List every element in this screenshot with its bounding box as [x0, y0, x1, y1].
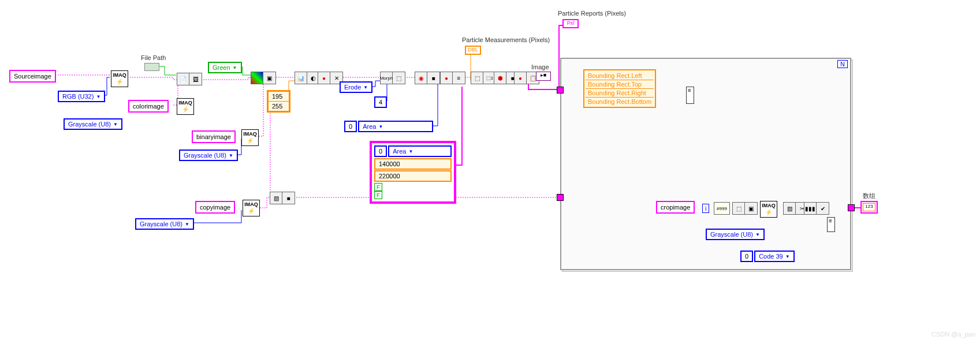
filter-area-select[interactable]: Area: [388, 145, 452, 157]
barcode-type-control[interactable]: 0 Code 39: [740, 251, 795, 262]
build-output[interactable]: [827, 217, 835, 232]
image-indicator: ▸■: [536, 72, 551, 81]
code39-select[interactable]: Code 39: [754, 251, 795, 262]
thresh-lo[interactable]: 195: [269, 92, 289, 102]
image-icon: 🖼: [189, 73, 202, 85]
fill-holes-vi[interactable]: ◉ ■: [415, 72, 440, 84]
filter-icon: ⬚: [471, 72, 483, 84]
particle-reports-label: Particle Reports (Pixels): [558, 10, 626, 17]
hist-icon: 📊: [295, 72, 307, 84]
erode-select[interactable]: Erode: [340, 81, 372, 93]
particle-icon: ●: [318, 72, 330, 84]
area-idx[interactable]: 0: [344, 121, 357, 132]
report-icon: ●: [514, 72, 527, 84]
filter-criteria-array[interactable]: 0 Area 140000 220000 F F: [370, 141, 456, 204]
copy-dst-icon: ■: [282, 192, 295, 204]
file-icon: 📄: [177, 73, 189, 85]
convex-icon: ⬢: [494, 72, 506, 84]
threshold-vi[interactable]: 📊 ◐: [295, 72, 320, 84]
filter-idx[interactable]: 0: [374, 145, 387, 157]
particle-measurements-label: Particle Measurements (Pixels): [462, 36, 550, 43]
file-path-control[interactable]: [144, 63, 159, 71]
file-path-label: File Path: [141, 54, 166, 61]
bundle-rect[interactable]: [686, 87, 694, 104]
morphology-vi[interactable]: Morph ⬚: [380, 72, 405, 84]
imaq-create-1[interactable]: IMAQ⚡: [111, 70, 128, 87]
rect-top[interactable]: Bounding Rect.Top: [586, 80, 654, 89]
cropimage-label[interactable]: cropimage: [656, 201, 695, 214]
watermark: CSDN @a_pan: [931, 331, 975, 338]
pa-meas-icon: ≡: [453, 72, 465, 84]
barcode-ok-icon: ✔: [817, 202, 829, 215]
tunnel-image-in: [557, 194, 564, 201]
hole-icon: ◉: [415, 72, 427, 84]
tunnel-reports-in: [557, 87, 564, 94]
filter-hi[interactable]: 220000: [374, 170, 452, 182]
imaq-create-3[interactable]: IMAQ⚡: [241, 129, 259, 146]
copy-src-icon: ▧: [270, 192, 282, 204]
colorimage-label[interactable]: colorimage: [128, 100, 169, 113]
area-array-control[interactable]: 0 Area: [344, 121, 433, 132]
morph-op-icon: ⬚: [393, 72, 405, 84]
array-indicator: 123: [860, 201, 878, 214]
loop-i-terminal: i: [702, 204, 709, 213]
grayscale-select-2[interactable]: Grayscale (U8): [179, 150, 238, 161]
particle-filter-vi[interactable]: ⬚ ⬚3: [471, 72, 496, 84]
const3: 3: [491, 76, 493, 80]
barcode-idx[interactable]: 0: [740, 251, 753, 262]
rect-left[interactable]: Bounding Rect.Left: [586, 72, 654, 80]
imaq-create-4[interactable]: IMAQ⚡: [243, 200, 260, 216]
roi-out-icon: ▣: [745, 202, 758, 215]
rect-right[interactable]: Bounding Rect.Right: [586, 89, 654, 98]
morph-icon: Morph: [380, 72, 393, 84]
grayscale-select-1[interactable]: Grayscale (U8): [64, 118, 122, 130]
imaq-create-crop[interactable]: IMAQ⚡: [760, 201, 777, 218]
particle-reports-indicator: Pxl: [562, 19, 579, 28]
grayscale-select-4[interactable]: Grayscale (U8): [706, 229, 765, 240]
fill-icon: ■: [427, 72, 440, 84]
thresh-hi[interactable]: 255: [269, 102, 289, 111]
imaq-create-2[interactable]: IMAQ⚡: [177, 98, 194, 115]
particle-analysis-vi[interactable]: ● ≡: [440, 72, 465, 84]
barcode-icon: ▮▮▮: [804, 202, 817, 215]
sourceimage-label[interactable]: Sourceimage: [9, 70, 56, 83]
erode-iters[interactable]: 4: [374, 96, 387, 108]
threshold-cluster[interactable]: 195 255: [267, 90, 290, 113]
binaryimage-label[interactable]: binaryimage: [192, 130, 236, 143]
read-file-vi[interactable]: 📄 🖼: [177, 73, 202, 85]
tunnel-out: [848, 204, 855, 211]
extract-plane-vi[interactable]: ▣: [251, 72, 276, 84]
pa-icon: ●: [440, 72, 453, 84]
plane-icon: ▣: [263, 72, 276, 84]
filter-flag-1[interactable]: F: [374, 183, 382, 191]
loop-n-terminal: N: [837, 60, 848, 68]
rgb-u32-select[interactable]: RGB (U32): [58, 91, 105, 102]
filter-lo[interactable]: 140000: [374, 158, 452, 170]
roi-icon: ⬚: [732, 202, 745, 215]
grayscale-select-3[interactable]: Grayscale (U8): [135, 218, 194, 230]
color-icon: [251, 72, 263, 84]
particle-measurements-indicator: DBL: [465, 46, 481, 55]
setroi-icon: ▧: [783, 202, 796, 215]
green-select[interactable]: Green: [208, 62, 242, 73]
area-select[interactable]: Area: [358, 121, 433, 132]
image-out-label: Image: [531, 63, 549, 70]
filter-flag-2[interactable]: F: [374, 191, 382, 199]
copy-vi[interactable]: ▧ ■: [270, 192, 295, 204]
extract-roi-vi[interactable]: ⬚ ▣: [732, 202, 758, 215]
format-string-vi[interactable]: #999: [714, 202, 730, 215]
barcode-vi[interactable]: ▮▮▮ ✔: [804, 202, 829, 215]
rect-bottom[interactable]: Bounding Rect.Bottom: [586, 98, 654, 106]
array-out-label: 数组: [863, 192, 875, 200]
unbundle-rect[interactable]: Bounding Rect.Left Bounding Rect.Top Bou…: [583, 69, 656, 108]
copyimage-label[interactable]: copyimage: [195, 201, 235, 214]
